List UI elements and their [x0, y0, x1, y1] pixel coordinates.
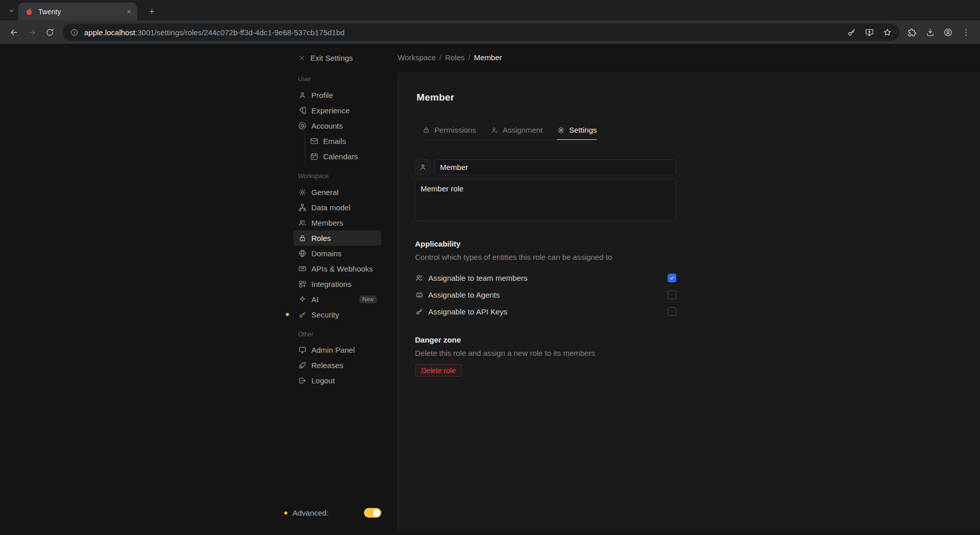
agents-checkbox[interactable]	[668, 290, 676, 299]
sidebar-item-security[interactable]: Security	[293, 307, 381, 322]
breadcrumb-roles[interactable]: Roles	[445, 53, 464, 62]
kebab-menu-icon	[961, 28, 971, 37]
site-info-icon[interactable]	[70, 28, 79, 37]
sidebar-item-apis-webhooks[interactable]: APIs & Webhooks	[293, 261, 381, 276]
url-text: apple.localhost:3001/settings/roles/244c…	[84, 28, 345, 37]
check-icon	[669, 275, 675, 281]
sidebar-item-integrations[interactable]: Integrations	[293, 276, 381, 291]
delete-role-button[interactable]: Delete role	[415, 364, 462, 377]
browser-tab[interactable]: Twenty	[18, 3, 137, 20]
globe-icon	[298, 249, 307, 258]
tab-label: Permissions	[434, 126, 476, 134]
monitor-icon	[298, 346, 307, 354]
calendar-icon	[310, 152, 318, 161]
sidebar-item-label: Security	[311, 310, 339, 319]
user-icon	[298, 91, 307, 100]
tab-assignment[interactable]: Assignment	[491, 126, 543, 139]
sidebar-item-label: Data model	[311, 203, 351, 212]
team-members-checkbox[interactable]	[668, 274, 676, 282]
gear-icon	[298, 188, 307, 197]
option-label: Assignable to team members	[428, 274, 527, 282]
rocket-icon	[298, 361, 307, 370]
forward-button[interactable]	[23, 23, 41, 41]
option-label: Assignable to API Keys	[428, 307, 507, 316]
key-icon	[415, 307, 424, 316]
sidebar-item-label: Admin Panel	[311, 346, 355, 354]
breadcrumb-current: Member	[474, 53, 502, 62]
tab-search-button[interactable]	[5, 4, 18, 17]
accounts-subtree: Emails Calendars	[305, 133, 381, 164]
sidebar-item-data-model[interactable]: Data model	[293, 200, 381, 215]
users-icon	[298, 218, 307, 227]
back-button[interactable]	[5, 23, 23, 41]
downloads-button[interactable]	[921, 23, 939, 41]
breadcrumb-separator: /	[439, 53, 442, 62]
sidebar-item-label: General	[311, 188, 338, 197]
danger-zone-subtitle: Delete this role and assign a new role t…	[415, 349, 676, 357]
chevron-down-icon	[7, 6, 16, 15]
sidebar-item-label: Experience	[311, 106, 350, 115]
advanced-dot	[286, 313, 289, 316]
sidebar-item-label: Emails	[323, 137, 346, 145]
sidebar-item-label: Integrations	[311, 280, 351, 288]
close-icon	[126, 9, 132, 14]
users-icon	[415, 274, 424, 282]
sidebar-item-accounts[interactable]: Accounts	[293, 118, 381, 133]
sidebar-item-label: Members	[311, 218, 344, 227]
new-badge: New	[359, 296, 377, 303]
reload-button[interactable]	[41, 23, 59, 41]
role-settings-panel: Member Permissions Assignment Settings M…	[398, 72, 980, 531]
option-label: Assignable to Agents	[428, 290, 500, 299]
install-app-icon[interactable]	[865, 28, 874, 37]
breadcrumb-workspace[interactable]: Workspace	[398, 53, 436, 62]
sidebar-item-experience[interactable]: Experience	[293, 103, 381, 118]
sidebar-item-domains[interactable]: Domains	[293, 246, 381, 261]
bookmark-star-icon[interactable]	[883, 28, 892, 37]
sidebar-item-label: AI	[311, 295, 318, 304]
sidebar-item-logout[interactable]: Logout	[293, 373, 381, 388]
applicability-title: Applicability	[415, 239, 676, 248]
puzzle-icon	[908, 28, 917, 37]
sidebar-item-ai[interactable]: AI New	[293, 291, 381, 307]
sidebar-item-admin-panel[interactable]: Admin Panel	[293, 342, 381, 357]
plus-icon	[148, 8, 156, 15]
lock-icon	[422, 126, 430, 134]
address-bar[interactable]: apple.localhost:3001/settings/roles/244c…	[63, 23, 899, 41]
back-icon	[9, 28, 19, 37]
role-description-input[interactable]: Member role	[415, 179, 676, 221]
sidebar-item-profile[interactable]: Profile	[293, 87, 381, 103]
section-label-user: User	[293, 76, 381, 83]
user-check-icon	[491, 126, 499, 134]
menu-button[interactable]	[957, 23, 975, 41]
tab-settings[interactable]: Settings	[557, 126, 597, 139]
browser-tab-strip: Twenty	[0, 0, 980, 20]
apps-icon	[298, 280, 307, 288]
gear-icon	[557, 126, 565, 134]
logout-icon	[298, 376, 307, 385]
api-keys-checkbox[interactable]	[668, 307, 676, 316]
api-icon	[298, 264, 307, 273]
breadcrumb-separator: /	[468, 53, 470, 62]
sidebar-item-label: Profile	[311, 91, 333, 100]
sidebar-item-general[interactable]: General	[293, 184, 381, 200]
sidebar-item-roles[interactable]: Roles	[293, 230, 381, 246]
applicability-section: Applicability Control which types of ent…	[415, 239, 676, 317]
extensions-button[interactable]	[903, 23, 921, 41]
role-icon-picker[interactable]	[415, 159, 431, 175]
role-tabs: Permissions Assignment Settings	[422, 126, 599, 140]
password-key-icon[interactable]	[847, 28, 856, 37]
new-tab-button[interactable]	[145, 5, 159, 18]
profile-button[interactable]	[939, 23, 957, 41]
role-name-input[interactable]	[434, 159, 676, 175]
sidebar-item-releases[interactable]: Releases	[293, 357, 381, 373]
tab-permissions[interactable]: Permissions	[422, 126, 476, 139]
omnibox-actions	[847, 28, 892, 37]
section-label-workspace: Workspace	[293, 173, 381, 180]
tab-close-button[interactable]	[124, 7, 133, 16]
sidebar-item-calendars[interactable]: Calendars	[305, 149, 381, 164]
sidebar-item-members[interactable]: Members	[293, 215, 381, 230]
exit-settings-button[interactable]: Exit Settings	[293, 50, 381, 65]
sidebar-item-emails[interactable]: Emails	[305, 133, 381, 149]
lock-icon	[298, 234, 307, 242]
advanced-toggle[interactable]	[364, 508, 381, 518]
